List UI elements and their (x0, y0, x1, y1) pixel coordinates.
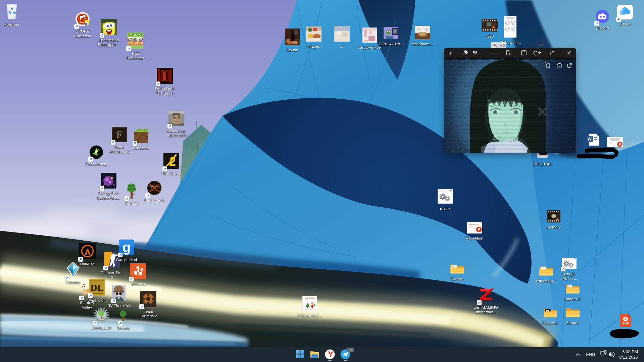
svg-text:ENG: ENG (586, 352, 595, 357)
svg-text:6:08 PM: 6:08 PM (622, 350, 638, 354)
svg-text:..00: ..00 (348, 348, 353, 352)
svg-text:8/12/2025: 8/12/2025 (619, 355, 638, 360)
